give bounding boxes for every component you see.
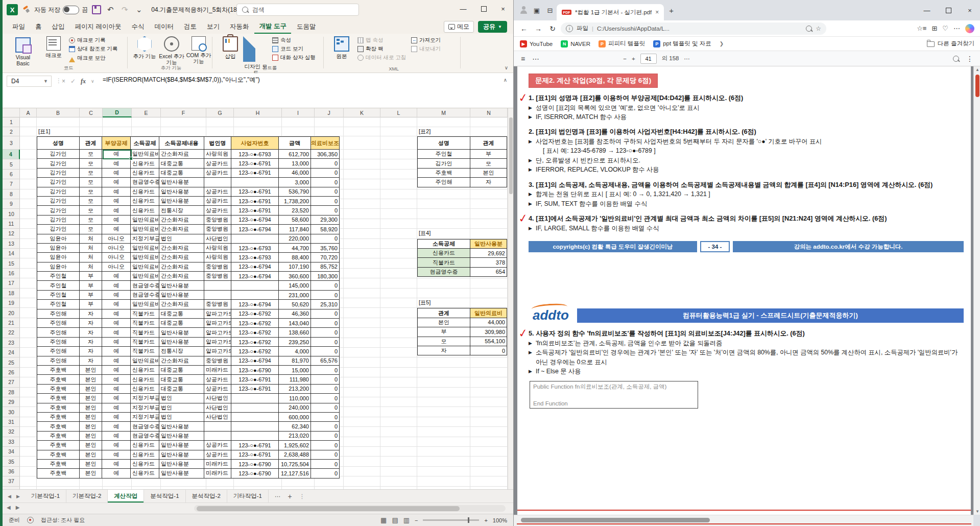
table-cell[interactable]: 예 [102, 450, 131, 460]
sheet-nav-left-icon[interactable]: ◀ [8, 494, 11, 499]
table-cell[interactable]: 107,190 [279, 262, 311, 272]
table-cell[interactable]: 0 [311, 460, 340, 469]
table-cell[interactable]: 예 [102, 366, 131, 375]
table-cell[interactable]: 알파고카드 [204, 347, 231, 356]
row-header-18[interactable]: 18 [3, 289, 20, 298]
browser-essentials-icon[interactable]: ♡ [942, 25, 948, 32]
row-header-9[interactable]: 9 [3, 199, 20, 209]
table-cell[interactable]: 중앙병원 [204, 225, 231, 234]
table-cell[interactable]: 간소화자료 [159, 272, 204, 281]
table-cell[interactable]: 직불카드 [131, 328, 159, 337]
ribbon-button-COM 추가 기능[interactable]: COM 추가 기능 [185, 35, 212, 64]
table-cell[interactable] [231, 422, 279, 431]
table-cell[interactable]: 123-○●-6793 [231, 253, 279, 262]
row-header-25[interactable]: 25 [3, 357, 20, 367]
table-cell[interactable]: 239,250 [279, 338, 311, 347]
formula-dropdown-icon[interactable]: ∨ [91, 79, 94, 84]
table-cell[interactable]: 간소화자료 [159, 225, 204, 234]
ribbon-button-삽입[interactable]: 삽입 [217, 35, 244, 59]
toc-icon[interactable]: ≡ [521, 55, 525, 63]
table-cell[interactable]: 김가인 [37, 206, 80, 215]
table-header-소득공제내용[interactable]: 소득공제내용 [159, 137, 204, 150]
table-cell[interactable]: 모 [80, 150, 102, 159]
table-cell[interactable]: 일반사용분 [159, 187, 204, 197]
table-cell[interactable]: 13,000 [279, 159, 311, 168]
column-header-E[interactable]: E [132, 108, 161, 117]
table-cell[interactable]: 모 [80, 178, 102, 187]
table-cell[interactable] [231, 234, 279, 244]
table-cell[interactable]: 본인 [80, 441, 102, 450]
table-cell[interactable]: 본인 [418, 318, 470, 327]
table-cell[interactable]: 예 [102, 309, 131, 319]
table-cell[interactable]: 부 [80, 272, 102, 281]
table-cell[interactable]: 처 [80, 234, 102, 244]
table-cell[interactable]: 상공카드 [204, 169, 231, 178]
table-cell[interactable]: 사단법인 [204, 234, 231, 244]
table-cell[interactable]: 알파고카드 [204, 319, 231, 328]
ribbon-tab-데이터[interactable]: 데이터 [150, 20, 178, 33]
table-cell[interactable]: 사단법인 [204, 394, 231, 403]
row-header-12[interactable]: 12 [3, 229, 20, 238]
table-cell[interactable]: 주인해 [37, 328, 80, 337]
status-accessibility[interactable]: 접근성: 조사 필요 [41, 516, 85, 524]
table-cell[interactable]: 사랑의원 [204, 150, 231, 159]
memo-button[interactable]: 메모 [444, 21, 474, 33]
table-cell[interactable]: 23,520 [279, 206, 311, 215]
table-cell[interactable]: 주인해 [37, 338, 80, 347]
table-cell[interactable]: 일반사용분 [159, 197, 204, 206]
add-sheet-button[interactable]: + [288, 492, 292, 500]
table-cell[interactable]: 예 [102, 347, 131, 356]
table-cell[interactable]: 일반사용분 [159, 338, 204, 347]
table-cell[interactable]: 62,340 [279, 422, 311, 431]
row-header-24[interactable]: 24 [3, 348, 20, 357]
profile-icon[interactable] [517, 6, 530, 15]
table-header-법인명[interactable]: 법인명 [204, 137, 231, 150]
table-header-일반사용분[interactable]: 일반사용분 [470, 240, 507, 249]
table-cell[interactable]: 111,980 [279, 375, 311, 384]
table-cell[interactable]: 123-○●-6792 [231, 319, 279, 328]
table-cell[interactable]: 주인철 [37, 281, 80, 290]
table-cell[interactable]: 0 [470, 346, 507, 355]
table-cell[interactable]: 신용카드 [131, 441, 159, 450]
address-bar[interactable]: i 파일 | C:/Users/sushi/AppData/L... ☆ [561, 22, 826, 35]
table-cell[interactable]: 상공카드 [204, 441, 231, 450]
insert-function-icon[interactable]: fx [81, 78, 86, 85]
table-cell[interactable]: 0 [311, 450, 340, 460]
table-cell[interactable]: 모 [80, 197, 102, 206]
table-cell[interactable]: 자 [80, 347, 102, 356]
table-cell[interactable]: 주인철 [418, 150, 470, 159]
table-cell[interactable]: 0 [311, 432, 340, 441]
zoom-level[interactable]: 100% [493, 517, 507, 523]
table-cell[interactable]: 중앙병원 [204, 356, 231, 366]
table-cell[interactable]: 0 [311, 347, 340, 356]
table-cell[interactable]: 아니오 [102, 262, 131, 272]
column-header-M[interactable]: M [417, 108, 470, 117]
table-cell[interactable]: 240,000 [279, 403, 311, 413]
table-cell[interactable]: 123-○●-6794 [231, 216, 279, 225]
table-cell[interactable]: 15,000 [279, 366, 311, 375]
table-cell[interactable]: 123-○●-6794 [231, 272, 279, 281]
row-header-16[interactable]: 16 [3, 269, 20, 278]
table-cell[interactable]: 대중교통 [159, 309, 204, 319]
table-cell[interactable]: 대중교통 [159, 375, 204, 384]
table-cell[interactable]: 65,576 [311, 356, 340, 366]
zoom-search-icon[interactable] [806, 26, 812, 32]
table-cell[interactable]: 123-○●-6790 [231, 460, 279, 469]
table-cell[interactable]: 123-○●-6793 [231, 244, 279, 253]
excel-logo-icon[interactable]: X [7, 4, 18, 15]
new-tab-button[interactable]: + [669, 6, 674, 15]
save-icon[interactable] [92, 5, 101, 14]
table-cell[interactable]: 주호백 [37, 394, 80, 403]
table-cell[interactable]: 부 [418, 327, 470, 337]
table-cell[interactable]: 1,738,200 [279, 197, 311, 206]
ribbon-button-속성[interactable]: 속성 [272, 37, 316, 44]
table-cell[interactable]: 예 [102, 385, 131, 394]
table-cell[interactable]: 사랑의원 [204, 244, 231, 253]
table-cell[interactable]: 본인 [80, 403, 102, 413]
table-cell[interactable]: 상공카드 [204, 197, 231, 206]
table-cell[interactable]: 부 [80, 300, 102, 309]
row-header-29[interactable]: 29 [3, 397, 20, 407]
table-cell[interactable]: 현금영수증 [131, 178, 159, 187]
row-header-31[interactable]: 31 [3, 417, 20, 427]
table-cell[interactable]: 법인 [159, 394, 204, 403]
